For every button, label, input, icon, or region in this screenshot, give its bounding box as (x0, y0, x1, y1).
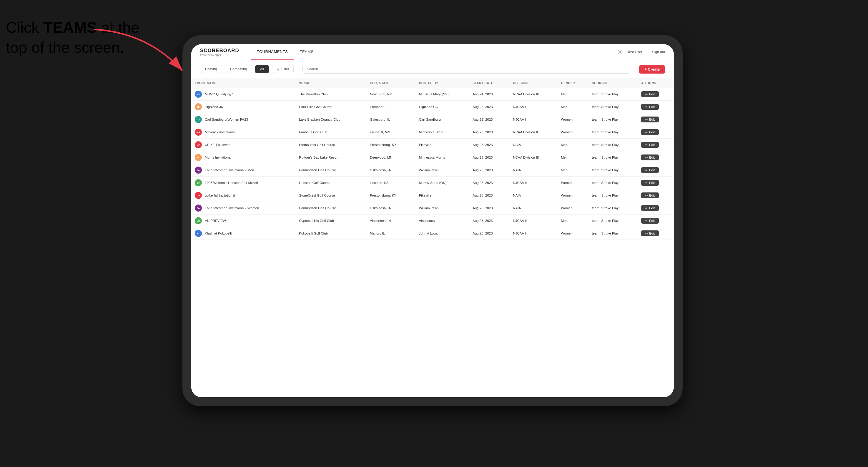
cell-start-date: Aug 28, 2023 (469, 138, 509, 151)
arrow-indicator (88, 24, 200, 83)
cell-scoring: team, Stroke Play (588, 215, 638, 227)
cell-gender: Women (557, 113, 588, 126)
edit-button[interactable]: Edit (641, 192, 659, 198)
filter-icon (276, 67, 280, 71)
edit-button[interactable]: Edit (641, 117, 659, 122)
cell-start-date: Aug 28, 2023 (469, 177, 509, 189)
table-row: UP UPIKE Fall Invite StoneCrest Golf Cou… (191, 138, 674, 151)
col-event-name: EVENT NAME (191, 78, 296, 88)
table-body: MS MSMC Qualifying 1 The Powelton Club N… (191, 88, 674, 240)
col-hosted-by: HOSTED BY (415, 78, 469, 88)
cell-actions: Edit (638, 215, 674, 227)
edit-button[interactable]: Edit (641, 91, 659, 97)
table-row: KL Klash at Kokopelli Kokopelli Golf Clu… (191, 227, 674, 240)
edit-button[interactable]: Edit (641, 167, 659, 173)
cell-gender: Men (557, 151, 588, 164)
cell-city-state: Vincennes, IN (366, 215, 415, 227)
cell-division: NJCAA II (509, 177, 557, 189)
team-icon: MS (195, 91, 202, 98)
team-icon: FA (195, 205, 202, 212)
cell-venue: Park Hills Golf Course (296, 101, 366, 113)
tab-tournaments[interactable]: TOURNAMENTS (251, 44, 294, 60)
cell-hosted-by: William Penn (415, 202, 469, 215)
table-row: 20 2023 Women's Hesston Fall Kickoff Hes… (191, 177, 674, 189)
team-icon: CA (195, 116, 202, 123)
cell-actions: Edit (638, 88, 674, 101)
cell-hosted-by: John A Logan (415, 227, 469, 240)
cell-event-name: KL Klash at Kokopelli (191, 227, 296, 240)
cell-gender: Men (557, 138, 588, 151)
tab-teams[interactable]: TEAMS (293, 44, 319, 60)
cell-division: NAIA (509, 164, 557, 177)
competing-filter[interactable]: Competing (225, 65, 252, 73)
table-row: MA Maverick Invitational Faribault Golf … (191, 126, 674, 138)
cell-gender: Men (557, 215, 588, 227)
table-container: EVENT NAME VENUE CITY, STATE HOSTED BY S… (191, 78, 674, 397)
event-name: VU PREVIEW (205, 219, 226, 222)
cell-start-date: Aug 28, 2023 (469, 227, 509, 240)
cell-venue: Edmundson Golf Course (296, 202, 366, 215)
cell-scoring: team, Stroke Play (588, 164, 638, 177)
edit-button[interactable]: Edit (641, 104, 659, 110)
tournaments-table: EVENT NAME VENUE CITY, STATE HOSTED BY S… (191, 78, 674, 240)
cell-start-date: Aug 25, 2023 (469, 101, 509, 113)
search-input[interactable] (303, 65, 630, 73)
cell-gender: Men (557, 88, 588, 101)
cell-city-state: Freeport, IL (366, 101, 415, 113)
search-box (303, 65, 630, 73)
cell-division: NJCAA I (509, 227, 557, 240)
team-icon: VU (195, 217, 202, 224)
edit-button[interactable]: Edit (641, 205, 659, 211)
hosting-filter[interactable]: Hosting (200, 65, 222, 73)
cell-division: NJCAA II (509, 215, 557, 227)
event-name: MSMC Qualifying 1 (205, 92, 234, 96)
cell-division: NAIA (509, 189, 557, 202)
edit-button[interactable]: Edit (641, 180, 659, 186)
edit-button[interactable]: Edit (641, 129, 659, 135)
settings-icon[interactable] (618, 50, 623, 55)
cell-hosted-by: Carl Sandburg (415, 113, 469, 126)
cell-hosted-by: Minnesota State (415, 126, 469, 138)
cell-city-state: Galesburg, IL (366, 113, 415, 126)
edit-button[interactable]: Edit (641, 230, 659, 236)
cell-city-state: Prestonsburg, KY (366, 189, 415, 202)
table-row: MS MSMC Qualifying 1 The Powelton Club N… (191, 88, 674, 101)
cell-scoring: team, Stroke Play (588, 189, 638, 202)
cell-city-state: Faribault, MN (366, 126, 415, 138)
edit-button[interactable]: Edit (641, 155, 659, 160)
filter-button[interactable]: Filter (272, 65, 293, 73)
cell-scoring: team, Stroke Play (588, 101, 638, 113)
cell-hosted-by: Minnesota-Morris (415, 151, 469, 164)
logo-sub: Powered by clippit (200, 54, 239, 57)
cell-start-date: Aug 28, 2023 (469, 215, 509, 227)
cell-venue: Edmundson Golf Course (296, 164, 366, 177)
team-icon: MO (195, 154, 202, 161)
cell-event-name: CA Carl Sandburg Women FA23 (191, 113, 296, 126)
sign-out-link[interactable]: Sign out (652, 50, 665, 54)
nav-bar: SCOREBOARD Powered by clippit TOURNAMENT… (191, 44, 674, 60)
cell-scoring: team, Stroke Play (588, 227, 638, 240)
cell-event-name: MO Morris Invitational (191, 151, 296, 164)
cell-hosted-by: William Penn (415, 164, 469, 177)
team-icon: MA (195, 129, 202, 136)
cell-actions: Edit (638, 113, 674, 126)
create-button[interactable]: + Create (639, 65, 665, 73)
cell-actions: Edit (638, 151, 674, 164)
cell-hosted-by: Pikeville (415, 189, 469, 202)
edit-button[interactable]: Edit (641, 142, 659, 148)
event-name: upike fall invitational (205, 194, 235, 197)
nav-tabs: TOURNAMENTS TEAMS (251, 44, 618, 60)
cell-city-state: Marion, IL (366, 227, 415, 240)
col-division: DIVISION (509, 78, 557, 88)
col-scoring: SCORING (588, 78, 638, 88)
event-name: Fall Statesmen Invitational - Men (205, 168, 254, 172)
cell-venue: Kokopelli Golf Club (296, 227, 366, 240)
col-city-state: CITY, STATE (366, 78, 415, 88)
content-area: Hosting Competing All Filter + Create (191, 60, 674, 397)
team-icon: UP (195, 141, 202, 148)
cell-event-name: MS MSMC Qualifying 1 (191, 88, 296, 101)
all-filter[interactable]: All (255, 65, 269, 73)
table-row: FA Fall Statesmen Invitational - Men Edm… (191, 164, 674, 177)
edit-button[interactable]: Edit (641, 218, 659, 224)
cell-start-date: Aug 26, 2023 (469, 113, 509, 126)
